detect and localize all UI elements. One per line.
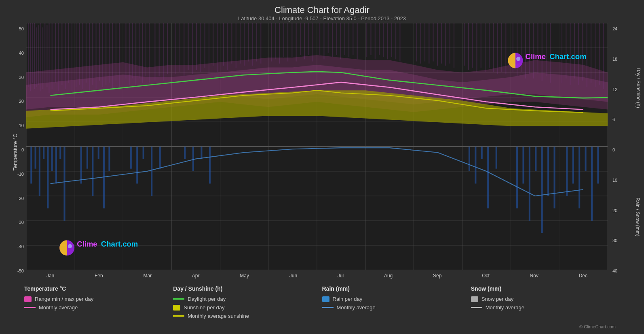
legend-label-rain-monthly: Monthly average — [337, 304, 376, 311]
x-tick-jul: Jul — [338, 273, 344, 279]
svg-rect-51 — [481, 147, 483, 159]
svg-rect-25 — [30, 147, 32, 184]
svg-rect-30 — [51, 147, 53, 171]
svg-rect-50 — [475, 147, 476, 184]
svg-rect-44 — [159, 147, 161, 169]
legend-line-rain-monthly — [322, 307, 334, 308]
chart-svg-container: Clime Chart.com Clime Chart.com — [26, 23, 608, 270]
legend-area: Temperature °C Range min / max per day M… — [0, 281, 644, 334]
svg-rect-32 — [59, 147, 61, 159]
chart-area: Temperature °C 50 40 30 20 10 0 -10 -20 … — [0, 23, 644, 281]
x-tick-feb: Feb — [95, 273, 103, 279]
svg-rect-58 — [541, 147, 543, 233]
x-tick-mar: Mar — [143, 273, 152, 279]
legend-label-sunshine-per-day: Sunshine per day — [184, 304, 224, 311]
legend-swatch-temp-range — [24, 296, 32, 302]
legend-label-snow-monthly: Monthly average — [486, 304, 524, 311]
copyright-area: © ClimeChart.com — [471, 319, 620, 330]
legend-temp-range: Range min / max per day — [24, 296, 173, 302]
svg-rect-56 — [529, 147, 530, 221]
legend-line-daylight — [173, 298, 184, 300]
y-axis-left-label: Temperature °C — [12, 134, 18, 170]
legend-sunshine-per-day: Sunshine per day — [173, 304, 322, 311]
svg-rect-35 — [87, 147, 88, 169]
legend-line-temp-monthly — [24, 307, 36, 308]
legend-swatch-sunshine — [173, 305, 180, 311]
svg-rect-52 — [487, 147, 489, 208]
svg-rect-66 — [597, 147, 599, 184]
legend-label-temp-range: Range min / max per day — [35, 296, 93, 302]
legend-snow-title: Snow (mm) — [471, 285, 620, 292]
svg-rect-49 — [469, 147, 470, 171]
x-tick-jan: Jan — [46, 273, 54, 279]
svg-rect-53 — [496, 147, 497, 169]
copyright: © ClimeChart.com — [579, 324, 620, 331]
main-chart-svg: Clime Chart.com Clime Chart.com — [26, 23, 608, 270]
svg-rect-57 — [535, 147, 536, 171]
y-axis-right: Day / Sunshine (h) Rain / Snow (mm) 24 1… — [608, 23, 640, 281]
legend-daylight: Daylight per day — [173, 296, 322, 302]
svg-rect-26 — [35, 147, 36, 169]
x-tick-nov: Nov — [530, 273, 538, 279]
svg-rect-61 — [566, 147, 568, 196]
legend-label-rain-per-day: Rain per day — [333, 296, 363, 302]
svg-rect-28 — [43, 147, 44, 159]
svg-point-211 — [68, 244, 72, 249]
legend-sunshine-monthly: Monthly average sunshine — [173, 313, 322, 319]
svg-rect-64 — [585, 147, 587, 171]
svg-rect-46 — [192, 147, 194, 171]
svg-rect-43 — [151, 147, 152, 196]
svg-rect-39 — [108, 147, 110, 171]
legend-snow: Snow (mm) Snow per day Monthly average ©… — [471, 285, 620, 330]
svg-rect-65 — [591, 147, 593, 221]
legend-snow-per-day: Snow per day — [471, 296, 620, 302]
x-axis: Jan Feb Mar Apr May Jun Jul Aug Sep Oct … — [26, 270, 608, 281]
legend-rain-monthly: Monthly average — [322, 304, 471, 311]
legend-label-daylight: Daylight per day — [188, 296, 226, 302]
x-tick-may: May — [240, 273, 249, 279]
svg-text:Chart.com: Chart.com — [549, 52, 586, 61]
svg-rect-31 — [55, 147, 57, 184]
legend-temperature-title: Temperature °C — [24, 285, 173, 292]
x-tick-dec: Dec — [579, 273, 587, 279]
chart-header: Climate Chart for Agadir Latitude 30.404… — [0, 0, 644, 23]
chart-subtitle: Latitude 30.404 - Longitude -9.507 - Ele… — [0, 15, 644, 21]
svg-rect-29 — [47, 147, 49, 208]
x-tick-apr: Apr — [192, 273, 200, 279]
svg-text:Clime: Clime — [526, 52, 546, 61]
legend-temp-monthly: Monthly average — [24, 304, 173, 311]
svg-rect-55 — [522, 147, 524, 184]
svg-rect-62 — [572, 147, 574, 184]
chart-title: Climate Chart for Agadir — [0, 5, 644, 15]
x-tick-sep: Sep — [433, 273, 441, 279]
svg-rect-37 — [98, 147, 99, 159]
y-axis-left: Temperature °C 50 40 30 20 10 0 -10 -20 … — [4, 23, 26, 281]
legend-swatch-snow — [471, 296, 478, 302]
legend-sunshine: Day / Sunshine (h) Daylight per day Suns… — [173, 285, 322, 330]
svg-rect-45 — [184, 147, 186, 159]
legend-label-temp-monthly: Monthly average — [39, 304, 78, 311]
svg-rect-34 — [80, 147, 82, 184]
svg-rect-48 — [209, 147, 211, 184]
svg-text:Chart.com: Chart.com — [101, 240, 138, 248]
legend-rain-per-day: Rain per day — [322, 296, 471, 302]
svg-rect-33 — [63, 147, 65, 221]
svg-rect-40 — [130, 147, 132, 169]
page-container: Climate Chart for Agadir Latitude 30.404… — [0, 0, 644, 334]
x-tick-aug: Aug — [384, 273, 393, 279]
legend-swatch-rain — [322, 296, 329, 302]
legend-label-snow-per-day: Snow per day — [481, 296, 514, 302]
chart-wrapper: Clime Chart.com Clime Chart.com Jan — [26, 23, 608, 281]
svg-rect-63 — [579, 147, 580, 208]
right-axis-sunshine-label: Day / Sunshine (h) — [635, 68, 641, 108]
svg-rect-47 — [201, 147, 202, 159]
svg-point-208 — [516, 57, 520, 61]
svg-text:Clime: Clime — [77, 240, 97, 248]
svg-rect-60 — [553, 147, 555, 208]
legend-label-sunshine-monthly: Monthly average sunshine — [188, 313, 249, 319]
svg-rect-27 — [39, 147, 40, 196]
legend-line-sunshine-monthly — [173, 315, 184, 317]
svg-rect-41 — [136, 147, 138, 184]
legend-sunshine-title: Day / Sunshine (h) — [173, 285, 322, 292]
svg-rect-54 — [516, 147, 518, 208]
